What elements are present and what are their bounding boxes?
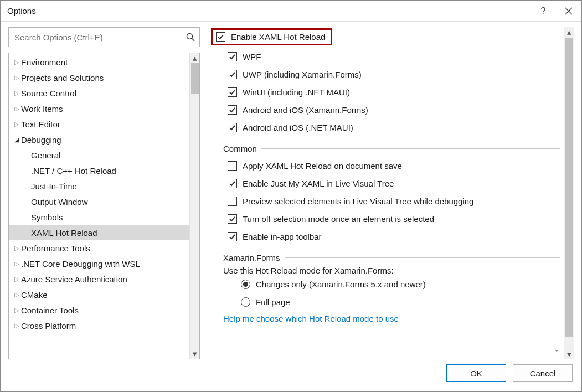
checkbox[interactable] <box>228 179 237 188</box>
platform-option: UWP (including Xamarin.Forms) <box>211 65 560 83</box>
checkbox[interactable] <box>228 87 237 97</box>
option-label: Apply XAML Hot Reload on document save <box>243 161 402 171</box>
xamarin-section-header: Xamarin.Forms <box>211 253 560 262</box>
option-label: Enable in-app toolbar <box>243 232 322 241</box>
tree-item-label: Projects and Solutions <box>21 73 104 82</box>
tree-twisty-icon: ▷ <box>12 245 21 252</box>
tree-twisty-icon: ▷ <box>12 90 21 97</box>
panel-scrollbar[interactable]: ▴ ▾ <box>564 27 574 359</box>
checkbox[interactable] <box>228 52 237 61</box>
tree-item[interactable]: Output Window <box>9 194 189 209</box>
svg-point-0 <box>187 34 193 39</box>
tree-item[interactable]: ▷Azure Service Authentication <box>9 271 189 287</box>
checkbox[interactable] <box>228 105 237 115</box>
tree-twisty-icon: ▷ <box>12 276 21 283</box>
scroll-down-icon[interactable]: ▾ <box>190 349 200 359</box>
checkbox[interactable] <box>228 161 237 171</box>
platform-option: Android and iOS (.NET MAUI) <box>211 118 560 136</box>
cancel-button[interactable]: Cancel <box>513 364 573 382</box>
close-button[interactable] <box>556 1 581 22</box>
tree-item[interactable]: XAML Hot Reload <box>9 225 189 240</box>
checkbox[interactable] <box>228 70 237 79</box>
option-label: Changes only (Xamarin.Forms 5.x and newe… <box>256 280 426 289</box>
tree-twisty-icon: ▷ <box>12 105 21 112</box>
help-button[interactable]: ? <box>531 1 556 22</box>
tree-item[interactable]: ▷Container Tools <box>9 302 189 318</box>
option-label: Android and iOS (.NET MAUI) <box>243 123 353 132</box>
tree-item[interactable]: General <box>9 147 189 163</box>
titlebar: Options ? <box>1 1 581 22</box>
platform-option: WinUI (including .NET MAUI) <box>211 83 560 101</box>
close-icon <box>565 7 573 15</box>
search-icon <box>186 33 195 42</box>
tree-scrollbar[interactable]: ▴ ▾ <box>189 53 199 359</box>
common-option: Preview selected elements in Live Visual… <box>211 192 560 210</box>
scrollbar-thumb[interactable] <box>191 63 199 94</box>
xamarin-mode-option: Full page <box>211 293 560 311</box>
tree-item-label: General <box>31 151 60 160</box>
xamarin-mode-option: Changes only (Xamarin.Forms 5.x and newe… <box>211 275 560 293</box>
window-title: Options <box>7 6 36 16</box>
tree-item[interactable]: .NET / C++ Hot Reload <box>9 163 189 178</box>
ok-button[interactable]: OK <box>446 364 506 382</box>
option-label: Turn off selection mode once an element … <box>243 214 434 224</box>
tree-item[interactable]: ▷CMake <box>9 287 189 302</box>
tree-item-label: Performance Tools <box>21 244 90 253</box>
scrollbar-thumb[interactable] <box>565 38 573 337</box>
option-label: WPF <box>243 52 261 61</box>
platform-option: Android and iOS (Xamarin.Forms) <box>211 101 560 118</box>
tree-twisty-icon: ▷ <box>12 260 21 267</box>
xamarin-prompt: Use this Hot Reload mode for Xamarin.For… <box>211 266 560 275</box>
tree-item[interactable]: ▷.NET Core Debugging with WSL <box>9 256 189 271</box>
scroll-up-icon[interactable]: ▴ <box>564 27 574 37</box>
tree-item-label: Source Control <box>21 89 76 98</box>
tree-twisty-icon: ▷ <box>12 307 21 314</box>
tree-twisty-icon: ▷ <box>12 121 21 128</box>
checkbox[interactable] <box>228 197 237 206</box>
tree-item-label: Cross Platform <box>21 321 76 331</box>
checkbox[interactable] <box>228 123 237 132</box>
tree-item-label: Azure Service Authentication <box>21 275 127 284</box>
tree-item[interactable]: Just-In-Time <box>9 178 189 194</box>
common-section-header: Common <box>211 144 560 153</box>
scroll-down-icon[interactable]: ▾ <box>564 349 574 359</box>
tree-twisty-icon: ▷ <box>12 291 21 298</box>
tree-item[interactable]: ◢Debugging <box>9 132 189 147</box>
tree-item-label: Output Window <box>31 197 88 207</box>
common-option: Apply XAML Hot Reload on document save <box>211 157 560 174</box>
common-option: Turn off selection mode once an element … <box>211 210 560 228</box>
tree-item-label: Container Tools <box>21 306 79 315</box>
tree-item[interactable]: ▷Source Control <box>9 85 189 101</box>
option-label: Preview selected elements in Live Visual… <box>243 197 473 206</box>
tree-item[interactable]: Symbols <box>9 209 189 225</box>
search-box[interactable] <box>8 27 200 47</box>
tree-twisty-icon: ▷ <box>12 59 21 66</box>
help-link[interactable]: Help me choose which Hot Reload mode to … <box>211 314 399 323</box>
tree-item[interactable]: ▷Environment <box>9 54 189 70</box>
common-option: Enable Just My XAML in Live Visual Tree <box>211 174 560 192</box>
common-header-label: Common <box>223 144 257 153</box>
option-label: Full page <box>256 297 290 307</box>
tree-item-label: .NET Core Debugging with WSL <box>21 259 140 269</box>
option-label: Android and iOS (Xamarin.Forms) <box>243 105 368 115</box>
tree-twisty-icon: ▷ <box>12 322 21 329</box>
tree-item-label: Work Items <box>21 104 63 114</box>
dialog-footer: OK Cancel <box>1 359 581 387</box>
search-input[interactable] <box>14 33 186 42</box>
tree-item[interactable]: ▷Text Editor <box>9 116 189 132</box>
tree-item[interactable]: ▷Cross Platform <box>9 318 189 333</box>
radio-button[interactable] <box>241 280 250 289</box>
checkbox[interactable] <box>228 214 237 224</box>
scroll-up-icon[interactable]: ▴ <box>190 53 200 63</box>
checkbox[interactable] <box>228 232 237 241</box>
chevron-down-icon[interactable]: ⌄ <box>553 344 560 354</box>
tree-item-label: Just-In-Time <box>31 182 77 191</box>
tree-item[interactable]: ▷Work Items <box>9 101 189 116</box>
enable-hot-reload-checkbox[interactable] <box>216 32 225 42</box>
tree-item[interactable]: ▷Performance Tools <box>9 240 189 256</box>
enable-hot-reload-label: Enable XAML Hot Reload <box>231 32 325 42</box>
tree-item[interactable]: ▷Projects and Solutions <box>9 70 189 85</box>
radio-button[interactable] <box>241 297 250 307</box>
option-label: UWP (including Xamarin.Forms) <box>243 70 362 79</box>
options-tree[interactable]: ▷Environment▷Projects and Solutions▷Sour… <box>9 53 189 359</box>
